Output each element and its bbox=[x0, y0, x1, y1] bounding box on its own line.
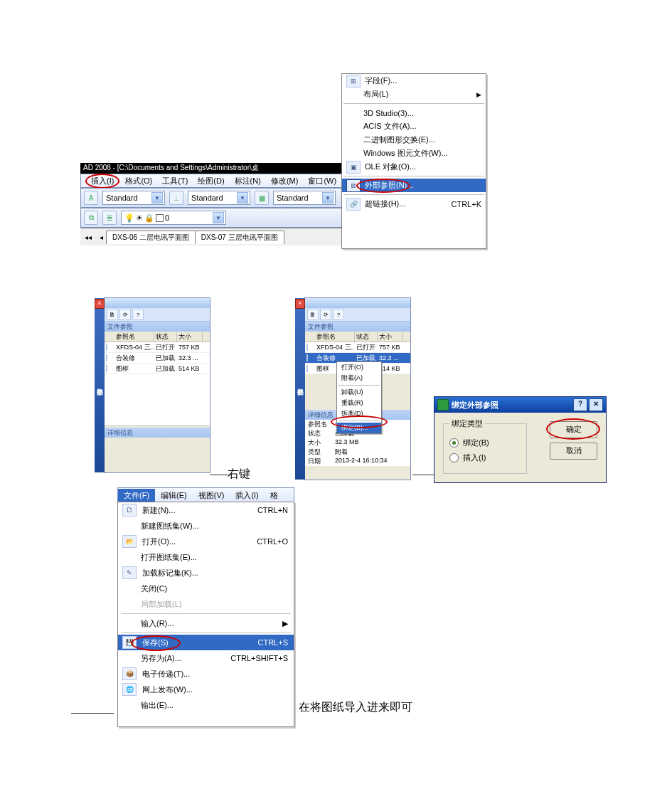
file-open-sheetset[interactable]: 打开图纸集(E)... bbox=[118, 549, 294, 565]
ctx-bind[interactable]: 绑定(B)... bbox=[337, 423, 381, 433]
palette-side-bar[interactable]: × 外部参照 bbox=[95, 298, 105, 472]
menu-item-xref[interactable]: 🗎 外部参照(N)... bbox=[342, 179, 486, 192]
radio-bind[interactable]: 绑定(B) bbox=[449, 438, 521, 448]
refresh-icon[interactable]: ⟳ bbox=[320, 309, 331, 320]
menu-item-wmf[interactable]: Windows 图元文件(W)... bbox=[342, 147, 486, 160]
layer-manager-icon[interactable]: ⧉ bbox=[84, 211, 98, 225]
layer-states-icon[interactable]: ≣ bbox=[102, 211, 117, 225]
chevron-down-icon[interactable]: ▼ bbox=[322, 192, 334, 203]
file-etransmit[interactable]: 📦 电子传递(T)... bbox=[118, 666, 294, 682]
chevron-down-icon[interactable]: ▼ bbox=[151, 192, 163, 203]
menu-format[interactable]: 格式(O) bbox=[121, 175, 156, 187]
cancel-button[interactable]: 取消 bbox=[550, 443, 597, 460]
close-icon[interactable]: × bbox=[295, 299, 305, 309]
file-new-sheetset[interactable]: 新建图纸集(W)... bbox=[118, 518, 294, 534]
cell: 32.3 ... bbox=[378, 354, 403, 361]
menu-insert[interactable]: 插入(I) bbox=[85, 174, 119, 189]
col-name[interactable]: 参照名 bbox=[114, 332, 154, 342]
file-save[interactable]: 💾 保存(S) CTRL+S bbox=[118, 635, 294, 650]
ctx-detach[interactable]: 拆离(D) bbox=[337, 408, 381, 419]
col-size[interactable]: 大小 bbox=[378, 332, 403, 342]
table-style-icon[interactable]: ▦ bbox=[255, 191, 269, 205]
menu-item-label: 超链接(H)... bbox=[365, 199, 452, 209]
drawing-tab[interactable]: DXS-06 二层电讯平面图 bbox=[106, 231, 196, 244]
xref-row[interactable]: 合装修 已加载 32.3 ... bbox=[105, 353, 210, 364]
help-button[interactable]: ? bbox=[573, 398, 587, 411]
lightbulb-icon: 💡 bbox=[124, 213, 134, 223]
menu-window[interactable]: 窗口(W) bbox=[304, 175, 341, 187]
col-status[interactable]: 状态 bbox=[355, 332, 378, 342]
ctx-open[interactable]: 打开(O) bbox=[337, 362, 381, 373]
menu-item-hyperlink[interactable]: 🔗 超链接(H)... CTRL+K bbox=[342, 197, 486, 211]
group-label: 绑定类型 bbox=[449, 418, 485, 429]
menu-item-label: 外部参照(N)... bbox=[365, 180, 481, 191]
file-publish-web[interactable]: 🌐 网上发布(W)... bbox=[118, 682, 294, 697]
help-icon[interactable]: ? bbox=[132, 309, 144, 320]
menu-tools[interactable]: 工具(T) bbox=[158, 175, 192, 187]
file-saveas[interactable]: 另存为(A)... CTRL+SHIFT+S bbox=[118, 650, 294, 666]
radio-insert[interactable]: 插入(I) bbox=[449, 453, 521, 463]
caption-import-done: 在将图纸导入进来即可 bbox=[299, 700, 412, 715]
file-load-markup[interactable]: ✎ 加载标记集(K)... bbox=[118, 565, 294, 581]
xref-row[interactable]: XFDS-04 三... 已打开 757 KB bbox=[305, 342, 410, 353]
attach-dwg-icon[interactable]: 🗎 bbox=[107, 309, 118, 320]
menu-item-label: 电子传递(T)... bbox=[142, 669, 288, 679]
menu-view[interactable]: 视图(V) bbox=[193, 489, 230, 502]
ctx-unload[interactable]: 卸载(U) bbox=[337, 387, 381, 398]
palette-side-bar[interactable]: × 外部参照 bbox=[295, 298, 305, 480]
close-icon[interactable]: ✕ bbox=[589, 398, 603, 411]
menu-dim[interactable]: 标注(N) bbox=[230, 175, 265, 187]
ok-button[interactable]: 确定 bbox=[550, 421, 597, 438]
drawing-tab[interactable]: DXS-07 三层电讯平面图 bbox=[195, 231, 284, 244]
menu-edit[interactable]: 编辑(E) bbox=[155, 489, 193, 502]
dim-style-combo[interactable]: Standard ▼ bbox=[188, 191, 250, 205]
file-open[interactable]: 📂 打开(O)... CTRL+O bbox=[118, 534, 294, 549]
tab-nav-first-icon[interactable]: ◂◂ bbox=[80, 233, 96, 241]
xref-row[interactable]: 图框 已加载 514 KB bbox=[105, 364, 210, 374]
dimstyle-icon-2[interactable]: ⟂ bbox=[169, 191, 183, 205]
menu-insert[interactable]: 插入(I) bbox=[230, 489, 264, 502]
menu-item-label: 打开图纸集(E)... bbox=[141, 552, 288, 563]
file-import[interactable]: 输入(R)... ▶ bbox=[118, 615, 294, 631]
menu-item-label: 另存为(A)... bbox=[141, 653, 230, 664]
layer-combo[interactable]: 💡 ☀ 🔒 0 ▼ bbox=[121, 211, 226, 225]
col-name[interactable]: 参照名 bbox=[315, 332, 355, 342]
dimstyle-icon[interactable]: A bbox=[84, 191, 98, 205]
col-size[interactable]: 大小 bbox=[177, 332, 203, 342]
globe-icon: 🌐 bbox=[122, 683, 137, 696]
menu-item-layout[interactable]: 布局(L) ▶ bbox=[342, 88, 486, 101]
menu-modify[interactable]: 修改(M) bbox=[267, 175, 303, 187]
text-style-combo[interactable]: Standard ▼ bbox=[102, 191, 165, 205]
menu-item-dxb[interactable]: 二进制图形交换(E)... bbox=[342, 133, 486, 147]
file-export[interactable]: 输出(E)... bbox=[118, 697, 294, 713]
menu-shortcut: CTRL+N bbox=[257, 506, 288, 514]
menu-item-3dstudio[interactable]: 3D Studio(3)... bbox=[342, 106, 486, 120]
dwg-icon bbox=[106, 354, 107, 361]
ctx-attach[interactable]: 附着(A) bbox=[337, 373, 381, 383]
help-icon[interactable]: ? bbox=[333, 309, 344, 320]
xref-row[interactable]: XFDS-04 三... 已打开 757 KB bbox=[105, 342, 210, 353]
menu-item-ole[interactable]: ▣ OLE 对象(O)... bbox=[342, 160, 486, 174]
menu-item-acis[interactable]: ACIS 文件(A)... bbox=[342, 120, 486, 133]
col-status[interactable]: 状态 bbox=[154, 332, 177, 342]
menu-item-field[interactable]: ⊞ 字段(F)... bbox=[342, 74, 486, 88]
table-style-combo[interactable]: Standard ▼ bbox=[273, 191, 336, 205]
menu-separator bbox=[121, 613, 291, 614]
menu-draw[interactable]: 绘图(D) bbox=[193, 175, 228, 187]
tab-nav-prev-icon[interactable]: ◂ bbox=[96, 233, 106, 241]
menu-item-label: 输出(E)... bbox=[141, 700, 288, 711]
file-close[interactable]: 关闭(C) bbox=[118, 581, 294, 596]
menu-file[interactable]: 文件(F) bbox=[118, 489, 155, 502]
chevron-down-icon[interactable]: ▼ bbox=[237, 192, 248, 203]
menu-format[interactable]: 格 bbox=[265, 489, 284, 502]
cell: 已打开 bbox=[355, 343, 378, 352]
refresh-icon[interactable]: ⟳ bbox=[119, 309, 131, 320]
attach-dwg-icon[interactable]: 🗎 bbox=[307, 309, 319, 320]
spacer bbox=[122, 652, 135, 664]
file-new[interactable]: 🗋 新建(N)... CTRL+N bbox=[118, 502, 294, 518]
close-icon[interactable]: × bbox=[95, 299, 105, 309]
menu-item-label: 绑定(B)... bbox=[341, 424, 368, 431]
dialog-titlebar[interactable]: 绑定外部参照 ? ✕ bbox=[434, 397, 606, 413]
ctx-reload[interactable]: 重载(R) bbox=[337, 398, 381, 408]
chevron-down-icon[interactable]: ▼ bbox=[213, 212, 224, 223]
